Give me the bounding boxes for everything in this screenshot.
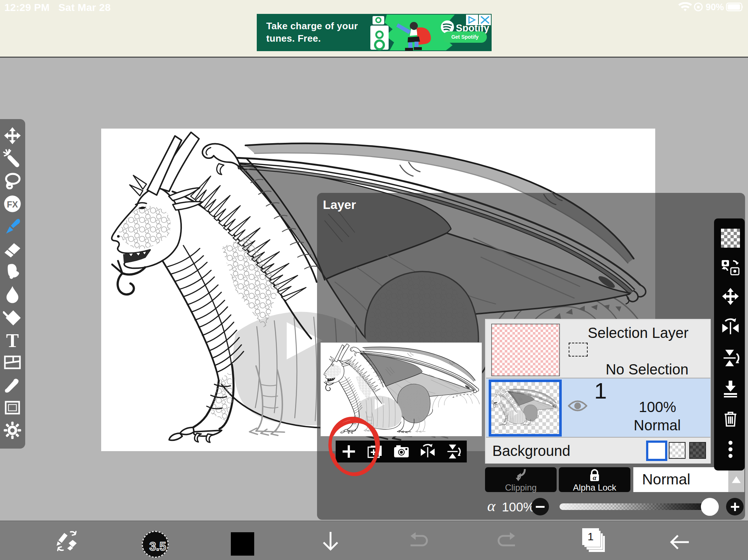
svg-text:90%: 90% — [706, 2, 724, 12]
svg-text:T: T — [6, 330, 19, 349]
svg-text:α: α — [593, 474, 597, 481]
svg-text:FX: FX — [7, 199, 18, 209]
